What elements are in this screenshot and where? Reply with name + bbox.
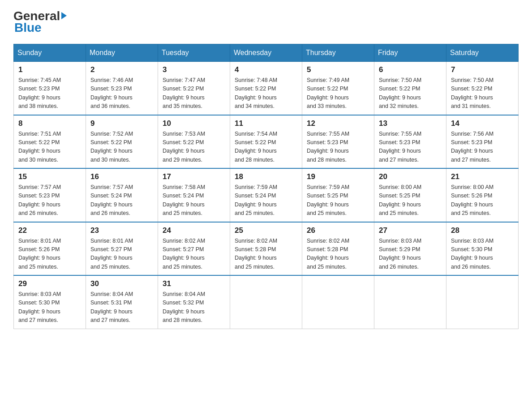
day-info: Sunrise: 8:03 AMSunset: 5:29 PMDaylight:… [379,237,442,272]
day-info: Sunrise: 8:03 AMSunset: 5:30 PMDaylight:… [451,237,514,272]
day-number: 13 [379,119,442,128]
calendar-cell: 28Sunrise: 8:03 AMSunset: 5:30 PMDayligh… [446,222,519,276]
calendar-cell: 2Sunrise: 7:46 AMSunset: 5:23 PMDaylight… [86,62,158,115]
day-number: 20 [379,172,442,181]
calendar-cell: 16Sunrise: 7:57 AMSunset: 5:24 PMDayligh… [86,168,158,222]
day-number: 7 [451,65,514,74]
calendar-cell: 24Sunrise: 8:02 AMSunset: 5:27 PMDayligh… [158,222,230,276]
page-header: General Blue [13,9,519,35]
calendar-cell [230,275,302,329]
calendar-week-3: 15Sunrise: 7:57 AMSunset: 5:23 PMDayligh… [14,168,519,222]
logo-blue-text: Blue [14,21,42,35]
calendar-week-2: 8Sunrise: 7:51 AMSunset: 5:22 PMDaylight… [14,115,519,169]
day-info: Sunrise: 7:51 AMSunset: 5:22 PMDaylight:… [18,130,81,165]
day-number: 4 [235,65,297,74]
calendar-cell: 6Sunrise: 7:50 AMSunset: 5:22 PMDaylight… [374,62,446,115]
day-info: Sunrise: 7:59 AMSunset: 5:25 PMDaylight:… [307,183,369,218]
day-number: 2 [90,65,153,74]
calendar-cell: 11Sunrise: 7:54 AMSunset: 5:22 PMDayligh… [230,115,302,169]
day-number: 25 [235,226,297,235]
day-number: 12 [307,119,369,128]
day-info: Sunrise: 7:48 AMSunset: 5:22 PMDaylight:… [235,76,297,111]
day-number: 3 [163,65,225,74]
calendar-week-5: 29Sunrise: 8:03 AMSunset: 5:30 PMDayligh… [14,275,519,329]
calendar-cell: 21Sunrise: 8:00 AMSunset: 5:26 PMDayligh… [446,168,519,222]
day-number: 22 [18,226,81,235]
calendar-cell: 10Sunrise: 7:53 AMSunset: 5:22 PMDayligh… [158,115,230,169]
day-number: 16 [90,172,153,181]
day-info: Sunrise: 7:49 AMSunset: 5:22 PMDaylight:… [307,76,369,111]
day-number: 19 [307,172,369,181]
day-number: 10 [163,119,225,128]
calendar-cell: 8Sunrise: 7:51 AMSunset: 5:22 PMDaylight… [14,115,86,169]
day-info: Sunrise: 7:50 AMSunset: 5:22 PMDaylight:… [451,76,514,111]
day-info: Sunrise: 8:03 AMSunset: 5:30 PMDaylight:… [18,290,81,325]
day-number: 24 [163,226,225,235]
day-info: Sunrise: 7:45 AMSunset: 5:23 PMDaylight:… [18,76,81,111]
header-monday: Monday [86,44,158,62]
day-number: 28 [451,226,514,235]
calendar-cell [302,275,374,329]
day-number: 21 [451,172,514,181]
calendar-cell: 17Sunrise: 7:58 AMSunset: 5:24 PMDayligh… [158,168,230,222]
day-info: Sunrise: 8:02 AMSunset: 5:28 PMDaylight:… [235,237,297,272]
calendar-cell: 31Sunrise: 8:04 AMSunset: 5:32 PMDayligh… [158,275,230,329]
day-number: 18 [235,172,297,181]
day-number: 6 [379,65,442,74]
day-number: 5 [307,65,369,74]
header-sunday: Sunday [14,44,86,62]
day-info: Sunrise: 7:54 AMSunset: 5:22 PMDaylight:… [235,130,297,165]
calendar-cell: 20Sunrise: 8:00 AMSunset: 5:25 PMDayligh… [374,168,446,222]
calendar-cell: 1Sunrise: 7:45 AMSunset: 5:23 PMDaylight… [14,62,86,115]
day-number: 23 [90,226,153,235]
day-info: Sunrise: 7:52 AMSunset: 5:22 PMDaylight:… [90,130,153,165]
calendar-week-1: 1Sunrise: 7:45 AMSunset: 5:23 PMDaylight… [14,62,519,115]
day-number: 17 [163,172,225,181]
day-info: Sunrise: 8:01 AMSunset: 5:26 PMDaylight:… [18,237,81,272]
logo-triangle-icon [61,12,67,19]
calendar-cell: 3Sunrise: 7:47 AMSunset: 5:22 PMDaylight… [158,62,230,115]
calendar-cell: 27Sunrise: 8:03 AMSunset: 5:29 PMDayligh… [374,222,446,276]
calendar-table: SundayMondayTuesdayWednesdayThursdayFrid… [13,44,519,329]
day-number: 30 [90,279,153,288]
day-number: 1 [18,65,81,74]
day-info: Sunrise: 7:53 AMSunset: 5:22 PMDaylight:… [163,130,225,165]
header-thursday: Thursday [302,44,374,62]
calendar-cell: 9Sunrise: 7:52 AMSunset: 5:22 PMDaylight… [86,115,158,169]
day-info: Sunrise: 8:02 AMSunset: 5:27 PMDaylight:… [163,237,225,272]
header-saturday: Saturday [446,44,519,62]
calendar-cell: 22Sunrise: 8:01 AMSunset: 5:26 PMDayligh… [14,222,86,276]
day-info: Sunrise: 7:47 AMSunset: 5:22 PMDaylight:… [163,76,225,111]
calendar-cell: 26Sunrise: 8:02 AMSunset: 5:28 PMDayligh… [302,222,374,276]
day-info: Sunrise: 8:04 AMSunset: 5:32 PMDaylight:… [163,290,225,325]
day-info: Sunrise: 7:58 AMSunset: 5:24 PMDaylight:… [163,183,225,218]
header-wednesday: Wednesday [230,44,302,62]
calendar-cell: 5Sunrise: 7:49 AMSunset: 5:22 PMDaylight… [302,62,374,115]
header-friday: Friday [374,44,446,62]
header-tuesday: Tuesday [158,44,230,62]
calendar-cell [446,275,519,329]
calendar-cell: 7Sunrise: 7:50 AMSunset: 5:22 PMDaylight… [446,62,519,115]
day-number: 14 [451,119,514,128]
day-info: Sunrise: 7:56 AMSunset: 5:23 PMDaylight:… [451,130,514,165]
calendar-cell: 29Sunrise: 8:03 AMSunset: 5:30 PMDayligh… [14,275,86,329]
calendar-cell: 25Sunrise: 8:02 AMSunset: 5:28 PMDayligh… [230,222,302,276]
day-info: Sunrise: 7:57 AMSunset: 5:23 PMDaylight:… [18,183,81,218]
calendar-cell: 23Sunrise: 8:01 AMSunset: 5:27 PMDayligh… [86,222,158,276]
calendar-cell [374,275,446,329]
calendar-cell: 12Sunrise: 7:55 AMSunset: 5:23 PMDayligh… [302,115,374,169]
day-info: Sunrise: 8:04 AMSunset: 5:31 PMDaylight:… [90,290,153,325]
day-number: 31 [163,279,225,288]
day-info: Sunrise: 7:57 AMSunset: 5:24 PMDaylight:… [90,183,153,218]
day-info: Sunrise: 7:46 AMSunset: 5:23 PMDaylight:… [90,76,153,111]
calendar-cell: 13Sunrise: 7:55 AMSunset: 5:23 PMDayligh… [374,115,446,169]
calendar-cell: 15Sunrise: 7:57 AMSunset: 5:23 PMDayligh… [14,168,86,222]
day-info: Sunrise: 8:01 AMSunset: 5:27 PMDaylight:… [90,237,153,272]
day-info: Sunrise: 7:55 AMSunset: 5:23 PMDaylight:… [307,130,369,165]
day-number: 15 [18,172,81,181]
day-number: 26 [307,226,369,235]
logo: General Blue [13,9,67,35]
day-info: Sunrise: 7:55 AMSunset: 5:23 PMDaylight:… [379,130,442,165]
day-number: 8 [18,119,81,128]
day-info: Sunrise: 7:50 AMSunset: 5:22 PMDaylight:… [379,76,442,111]
